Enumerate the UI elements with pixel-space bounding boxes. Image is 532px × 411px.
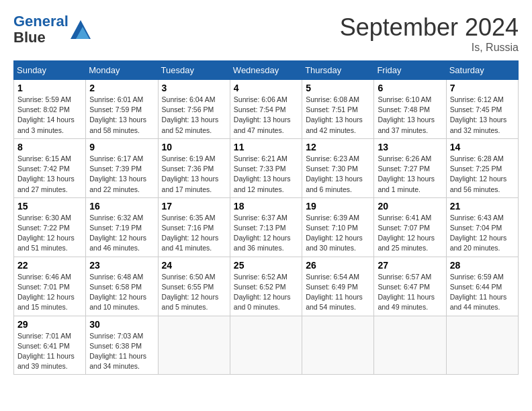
day-number: 15	[17, 201, 82, 212]
day-info: Sunrise: 6:17 AMSunset: 7:39 PMDaylight:…	[89, 154, 154, 195]
day-number: 16	[89, 201, 154, 212]
title-block: September 2024 Is, Russia	[340, 13, 519, 54]
day-info: Sunrise: 6:57 AMSunset: 6:47 PMDaylight:…	[378, 272, 442, 313]
calendar-row: 22 Sunrise: 6:46 AMSunset: 7:01 PMDaylig…	[14, 257, 519, 316]
day-header-sunday: Sunday	[14, 61, 86, 80]
logo-text: GeneralBlue	[13, 13, 69, 46]
day-info: Sunrise: 6:46 AMSunset: 7:01 PMDaylight:…	[17, 272, 82, 313]
calendar-cell: 15 Sunrise: 6:30 AMSunset: 7:22 PMDaylig…	[14, 197, 86, 257]
day-number: 24	[162, 260, 226, 271]
day-info: Sunrise: 5:59 AMSunset: 8:02 PMDaylight:…	[17, 95, 82, 136]
day-info: Sunrise: 7:03 AMSunset: 6:38 PMDaylight:…	[89, 331, 154, 372]
day-number: 23	[89, 260, 154, 271]
page-header: GeneralBlue September 2024 Is, Russia	[13, 13, 519, 54]
calendar-cell: 23 Sunrise: 6:48 AMSunset: 6:58 PMDaylig…	[86, 257, 158, 316]
calendar-cell: 18 Sunrise: 6:37 AMSunset: 7:13 PMDaylig…	[230, 197, 302, 257]
day-number: 19	[306, 201, 370, 212]
calendar-cell: 11 Sunrise: 6:21 AMSunset: 7:33 PMDaylig…	[230, 138, 302, 197]
day-number: 20	[378, 201, 442, 212]
calendar-cell: 21 Sunrise: 6:43 AMSunset: 7:04 PMDaylig…	[446, 197, 518, 257]
calendar-cell: 28 Sunrise: 6:59 AMSunset: 6:44 PMDaylig…	[446, 257, 518, 316]
calendar-cell: 30 Sunrise: 7:03 AMSunset: 6:38 PMDaylig…	[86, 316, 158, 375]
day-info: Sunrise: 6:43 AMSunset: 7:04 PMDaylight:…	[450, 213, 515, 254]
day-number: 10	[162, 142, 226, 152]
day-header-friday: Friday	[374, 61, 446, 80]
day-info: Sunrise: 6:54 AMSunset: 6:49 PMDaylight:…	[306, 272, 370, 313]
day-info: Sunrise: 7:01 AMSunset: 6:41 PMDaylight:…	[17, 331, 82, 372]
day-number: 3	[162, 83, 226, 93]
day-info: Sunrise: 6:23 AMSunset: 7:30 PMDaylight:…	[306, 154, 370, 195]
calendar-header-row: SundayMondayTuesdayWednesdayThursdayFrid…	[14, 61, 519, 80]
day-info: Sunrise: 6:59 AMSunset: 6:44 PMDaylight:…	[450, 272, 515, 313]
day-number: 5	[306, 83, 370, 93]
day-number: 13	[378, 142, 442, 152]
day-info: Sunrise: 6:01 AMSunset: 7:59 PMDaylight:…	[89, 95, 154, 136]
calendar-row: 8 Sunrise: 6:15 AMSunset: 7:42 PMDayligh…	[14, 138, 519, 197]
calendar-cell: 19 Sunrise: 6:39 AMSunset: 7:10 PMDaylig…	[302, 197, 374, 257]
day-number: 17	[162, 201, 226, 212]
day-info: Sunrise: 6:50 AMSunset: 6:55 PMDaylight:…	[162, 272, 226, 313]
calendar-cell: 20 Sunrise: 6:41 AMSunset: 7:07 PMDaylig…	[374, 197, 446, 257]
day-info: Sunrise: 6:41 AMSunset: 7:07 PMDaylight:…	[378, 213, 442, 254]
calendar-cell: 14 Sunrise: 6:28 AMSunset: 7:25 PMDaylig…	[446, 138, 518, 197]
day-number: 27	[378, 260, 442, 271]
calendar-body: 1 Sunrise: 5:59 AMSunset: 8:02 PMDayligh…	[14, 80, 519, 375]
day-number: 29	[17, 319, 82, 330]
day-number: 6	[378, 83, 442, 93]
day-info: Sunrise: 6:12 AMSunset: 7:45 PMDaylight:…	[450, 95, 515, 136]
calendar-cell: 29 Sunrise: 7:01 AMSunset: 6:41 PMDaylig…	[14, 316, 86, 375]
calendar-cell: 22 Sunrise: 6:46 AMSunset: 7:01 PMDaylig…	[14, 257, 86, 316]
calendar-cell	[302, 316, 374, 375]
day-header-saturday: Saturday	[446, 61, 518, 80]
day-number: 9	[89, 142, 154, 152]
location: Is, Russia	[340, 42, 519, 54]
day-header-monday: Monday	[86, 61, 158, 80]
calendar-cell	[446, 316, 518, 375]
day-number: 1	[17, 83, 82, 93]
calendar-cell: 8 Sunrise: 6:15 AMSunset: 7:42 PMDayligh…	[14, 138, 86, 197]
day-info: Sunrise: 6:10 AMSunset: 7:48 PMDaylight:…	[378, 95, 442, 136]
day-info: Sunrise: 6:35 AMSunset: 7:16 PMDaylight:…	[162, 213, 226, 254]
logo-icon	[71, 20, 91, 39]
day-info: Sunrise: 6:48 AMSunset: 6:58 PMDaylight:…	[89, 272, 154, 313]
calendar-cell: 3 Sunrise: 6:04 AMSunset: 7:56 PMDayligh…	[158, 80, 230, 139]
calendar-cell: 24 Sunrise: 6:50 AMSunset: 6:55 PMDaylig…	[158, 257, 230, 316]
day-header-wednesday: Wednesday	[230, 61, 302, 80]
day-number: 14	[450, 142, 515, 152]
day-number: 2	[89, 83, 154, 93]
day-info: Sunrise: 6:37 AMSunset: 7:13 PMDaylight:…	[234, 213, 298, 254]
day-info: Sunrise: 6:08 AMSunset: 7:51 PMDaylight:…	[306, 95, 370, 136]
day-number: 11	[234, 142, 298, 152]
day-number: 21	[450, 201, 515, 212]
day-info: Sunrise: 6:15 AMSunset: 7:42 PMDaylight:…	[17, 154, 82, 195]
calendar-cell: 10 Sunrise: 6:19 AMSunset: 7:36 PMDaylig…	[158, 138, 230, 197]
calendar-cell: 27 Sunrise: 6:57 AMSunset: 6:47 PMDaylig…	[374, 257, 446, 316]
calendar-table: SundayMondayTuesdayWednesdayThursdayFrid…	[13, 60, 519, 375]
calendar-cell: 26 Sunrise: 6:54 AMSunset: 6:49 PMDaylig…	[302, 257, 374, 316]
calendar-row: 15 Sunrise: 6:30 AMSunset: 7:22 PMDaylig…	[14, 197, 519, 257]
calendar-cell: 4 Sunrise: 6:06 AMSunset: 7:54 PMDayligh…	[230, 80, 302, 139]
calendar-cell	[230, 316, 302, 375]
calendar-cell: 7 Sunrise: 6:12 AMSunset: 7:45 PMDayligh…	[446, 80, 518, 139]
day-number: 18	[234, 201, 298, 212]
calendar-cell: 12 Sunrise: 6:23 AMSunset: 7:30 PMDaylig…	[302, 138, 374, 197]
day-info: Sunrise: 6:19 AMSunset: 7:36 PMDaylight:…	[162, 154, 226, 195]
calendar-cell: 5 Sunrise: 6:08 AMSunset: 7:51 PMDayligh…	[302, 80, 374, 139]
day-info: Sunrise: 6:39 AMSunset: 7:10 PMDaylight:…	[306, 213, 370, 254]
calendar-row: 1 Sunrise: 5:59 AMSunset: 8:02 PMDayligh…	[14, 80, 519, 139]
day-info: Sunrise: 6:04 AMSunset: 7:56 PMDaylight:…	[162, 95, 226, 136]
calendar-cell: 25 Sunrise: 6:52 AMSunset: 6:52 PMDaylig…	[230, 257, 302, 316]
calendar-cell: 13 Sunrise: 6:26 AMSunset: 7:27 PMDaylig…	[374, 138, 446, 197]
day-number: 30	[89, 319, 154, 330]
day-info: Sunrise: 6:32 AMSunset: 7:19 PMDaylight:…	[89, 213, 154, 254]
calendar-cell: 6 Sunrise: 6:10 AMSunset: 7:48 PMDayligh…	[374, 80, 446, 139]
day-info: Sunrise: 6:26 AMSunset: 7:27 PMDaylight:…	[378, 154, 442, 195]
day-header-tuesday: Tuesday	[158, 61, 230, 80]
calendar-cell	[374, 316, 446, 375]
day-number: 26	[306, 260, 370, 271]
calendar-cell	[158, 316, 230, 375]
month-title: September 2024	[340, 13, 519, 42]
day-number: 22	[17, 260, 82, 271]
calendar-row: 29 Sunrise: 7:01 AMSunset: 6:41 PMDaylig…	[14, 316, 519, 375]
calendar-cell: 9 Sunrise: 6:17 AMSunset: 7:39 PMDayligh…	[86, 138, 158, 197]
